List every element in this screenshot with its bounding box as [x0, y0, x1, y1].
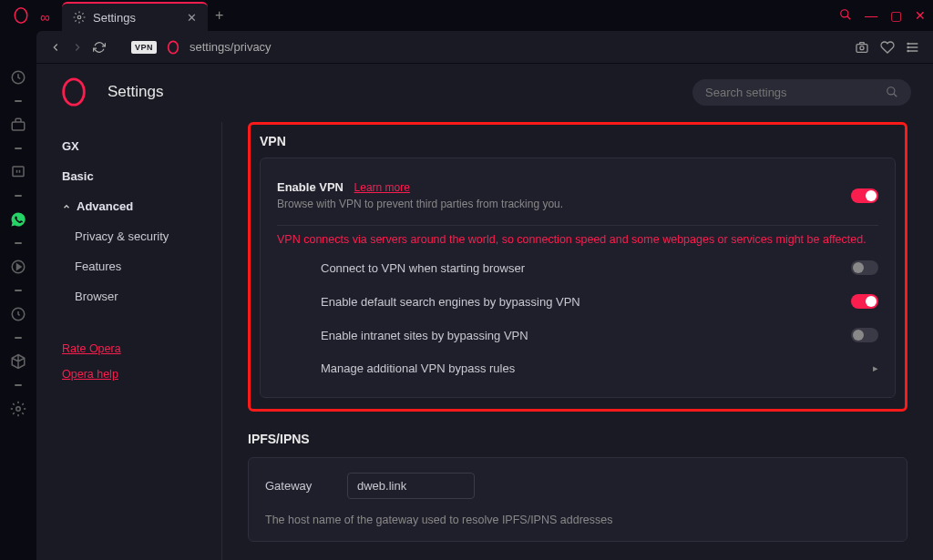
sidebar-advanced-label: Advanced [77, 199, 133, 213]
svg-rect-11 [13, 167, 24, 177]
svg-point-7 [907, 46, 908, 47]
minimize-icon[interactable]: — [865, 8, 877, 23]
window-chrome: ∞ Settings ✕ + — ▢ ✕ [0, 0, 933, 31]
intranet-toggle[interactable] [851, 328, 878, 342]
rail-whatsapp-icon[interactable] [10, 211, 26, 228]
vpn-section-title: VPN [260, 128, 896, 158]
vpn-warning: VPN connects via servers around the worl… [277, 225, 878, 251]
rail-divider [15, 195, 22, 197]
left-rail [0, 64, 36, 560]
ipfs-section-title: IPFS/IPNS [248, 428, 907, 457]
gateway-input[interactable] [347, 473, 475, 499]
opera-icon-small [13, 7, 29, 24]
search-window-icon[interactable] [839, 8, 852, 23]
menu-icon[interactable] [906, 40, 920, 55]
search-input[interactable] [705, 86, 886, 99]
default-search-toggle[interactable] [851, 294, 878, 309]
svg-point-6 [907, 43, 908, 44]
rail-play-icon[interactable] [10, 259, 26, 275]
close-window-icon[interactable]: ✕ [915, 8, 926, 23]
gateway-row: Gateway [265, 473, 890, 499]
search-icon [886, 86, 898, 98]
ipfs-section: IPFS/IPNS Gateway The host name of the g… [248, 428, 907, 542]
page-header: Settings [36, 64, 933, 122]
sidebar-item-advanced[interactable]: Advanced [53, 191, 221, 221]
close-icon[interactable]: ✕ [187, 11, 197, 25]
url-text[interactable]: settings/privacy [190, 40, 272, 54]
maximize-icon[interactable]: ▢ [890, 8, 902, 23]
tab-title: Settings [93, 11, 136, 25]
rail-divider [15, 337, 22, 339]
forward-button[interactable] [71, 41, 84, 54]
connect-start-label: Connect to VPN when starting browser [321, 261, 851, 275]
vpn-section-highlight: VPN Enable VPN Learn more Browse with VP… [248, 122, 907, 412]
sidebar-item-privacy[interactable]: Privacy & security [53, 221, 221, 251]
rail-briefcase-icon[interactable] [10, 117, 26, 133]
svg-rect-10 [12, 122, 25, 130]
tab-settings[interactable]: Settings ✕ [62, 2, 208, 31]
rate-opera-link[interactable]: Rate Opera [53, 339, 221, 359]
settings-sidebar: GX Basic Advanced Privacy & security Fea… [36, 122, 222, 560]
gear-icon [73, 11, 86, 24]
gateway-desc: The host name of the gateway used to res… [265, 514, 890, 526]
svg-point-2 [841, 10, 848, 17]
ipfs-card: Gateway The host name of the gateway use… [248, 457, 907, 542]
vpn-badge[interactable]: VPN [131, 41, 157, 54]
svg-point-16 [887, 87, 895, 95]
learn-more-link[interactable]: Learn more [354, 181, 410, 194]
new-tab-button[interactable]: + [215, 7, 223, 24]
default-search-label: Enable default search engines by bypassi… [321, 295, 851, 309]
sidebar-item-features[interactable]: Features [53, 251, 221, 281]
opera-icon [166, 40, 180, 55]
rail-settings-icon[interactable] [10, 401, 26, 417]
heart-icon[interactable] [880, 40, 895, 55]
default-search-row: Enable default search engines by bypassi… [277, 284, 878, 318]
back-button[interactable] [49, 41, 62, 54]
page-title: Settings [108, 83, 163, 101]
svg-point-14 [16, 407, 21, 412]
connect-start-row: Connect to VPN when starting browser [277, 251, 878, 284]
window-controls: — ▢ ✕ [839, 8, 926, 23]
gateway-label: Gateway [265, 479, 329, 493]
opera-logo [58, 76, 89, 107]
connect-start-toggle[interactable] [851, 260, 878, 275]
chevron-up-icon [62, 202, 71, 211]
rail-cube-icon[interactable] [10, 353, 26, 370]
manage-bypass-label: Manage additional VPN bypass rules [321, 361, 873, 375]
sidebar-item-basic[interactable]: Basic [53, 161, 221, 191]
svg-rect-4 [856, 44, 867, 52]
search-settings[interactable] [692, 79, 911, 106]
vpn-card: Enable VPN Learn more Browse with VPN to… [260, 158, 896, 398]
rail-speed-icon[interactable] [10, 69, 26, 86]
camera-icon[interactable] [855, 40, 869, 55]
sidebar-item-browser[interactable]: Browser [53, 281, 221, 311]
gx-icon: ∞ [40, 9, 50, 25]
manage-bypass-row[interactable]: Manage additional VPN bypass rules ▸ [277, 351, 878, 384]
enable-vpn-toggle[interactable] [851, 188, 878, 203]
intranet-label: Enable intranet sites by bypassing VPN [321, 329, 851, 342]
svg-point-15 [64, 79, 85, 105]
reload-button[interactable] [93, 41, 106, 54]
enable-vpn-desc: Browse with VPN to prevent third parties… [277, 198, 851, 210]
svg-point-5 [860, 46, 864, 49]
address-bar: VPN settings/privacy [36, 31, 933, 64]
rail-divider [15, 242, 22, 244]
svg-point-0 [15, 8, 27, 24]
rail-twitch-icon[interactable] [10, 164, 26, 180]
svg-point-8 [907, 50, 908, 51]
svg-point-1 [77, 15, 81, 19]
sidebar-item-gx[interactable]: GX [53, 131, 221, 161]
rail-divider [15, 148, 22, 149]
rail-divider [15, 384, 22, 386]
enable-vpn-title: Enable VPN [277, 180, 343, 194]
chevron-right-icon: ▸ [873, 362, 878, 374]
svg-point-3 [169, 41, 179, 53]
settings-content: VPN Enable VPN Learn more Browse with VP… [222, 122, 933, 560]
rail-divider [15, 100, 22, 102]
intranet-row: Enable intranet sites by bypassing VPN [277, 318, 878, 351]
rail-history-icon[interactable] [10, 306, 26, 322]
enable-vpn-row: Enable VPN Learn more Browse with VPN to… [277, 171, 878, 219]
opera-help-link[interactable]: Opera help [53, 364, 221, 384]
rail-divider [15, 290, 22, 291]
